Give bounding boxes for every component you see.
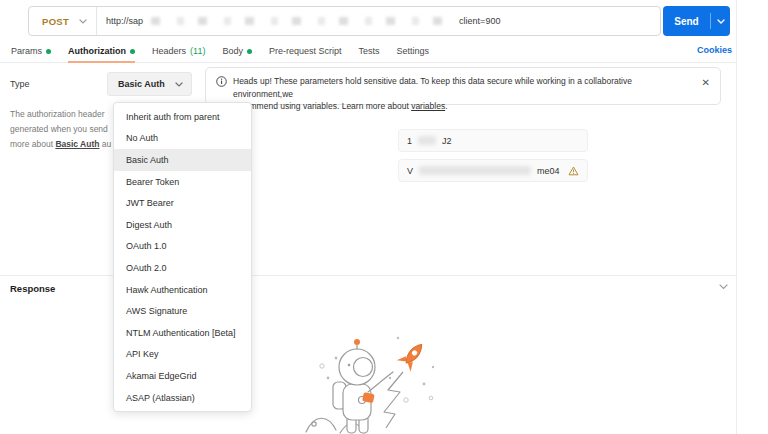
tab-settings[interactable]: Settings [396, 40, 429, 62]
request-url-bar: POST http://sap client=900 [28, 6, 661, 36]
tab-params[interactable]: Params [11, 40, 51, 62]
tab-authorization[interactable]: Authorization [68, 40, 135, 62]
content-right-divider [736, 0, 737, 434]
astronaut-rocket-illustration [300, 320, 480, 434]
menu-item-ntlm-authentication[interactable]: NTLM Authentication [Beta] [114, 322, 251, 344]
tab-body-label: Body [222, 46, 243, 56]
url-input[interactable]: http://sap client=900 [97, 16, 660, 26]
warning-icon [568, 166, 579, 176]
menu-item-digest-auth[interactable]: Digest Auth [114, 214, 251, 236]
username-input[interactable]: 1 J2 [398, 129, 588, 152]
chevron-down-icon [175, 82, 183, 87]
tab-pre-request-script[interactable]: Pre-request Script [269, 40, 342, 62]
desc-text: more about [10, 139, 55, 149]
desc-text: au [99, 139, 111, 149]
chevron-down-icon[interactable] [79, 19, 96, 24]
menu-item-akamai-edgegrid[interactable]: Akamai EdgeGrid [114, 365, 251, 387]
tab-settings-label: Settings [396, 46, 429, 56]
banner-line1: Heads up! These parameters hold sensitiv… [233, 76, 632, 99]
auth-type-select[interactable]: Basic Auth [107, 72, 192, 96]
send-options-chevron-down-icon[interactable] [711, 19, 730, 24]
close-icon[interactable]: ✕ [702, 75, 710, 88]
menu-item-aws-signature[interactable]: AWS Signature [114, 300, 251, 322]
variables-link[interactable]: variables [411, 101, 445, 111]
redacted-text [418, 136, 436, 145]
send-button[interactable]: Send [663, 6, 730, 36]
menu-item-inherit-auth[interactable]: Inherit auth from parent [114, 106, 251, 128]
tab-tests[interactable]: Tests [358, 40, 379, 62]
username-value-end: J2 [442, 136, 452, 146]
banner-text: Heads up! These parameters hold sensitiv… [233, 75, 694, 113]
tab-pre-request-script-label: Pre-request Script [269, 46, 342, 56]
cookies-link[interactable]: Cookies [697, 45, 732, 55]
green-dot-icon [46, 49, 51, 54]
request-tabs: Params Authorization Headers (11) Body P… [0, 40, 737, 63]
url-prefix: http://sap [106, 16, 143, 26]
info-icon [216, 75, 227, 89]
password-value-start: V [407, 166, 413, 176]
tab-headers[interactable]: Headers (11) [152, 40, 205, 62]
username-value-start: 1 [407, 136, 412, 146]
password-value-end: me04 [537, 166, 560, 176]
redacted-text [419, 166, 531, 175]
password-input[interactable]: V me04 [398, 159, 588, 182]
menu-item-oauth-1[interactable]: OAuth 1.0 [114, 236, 251, 258]
auth-type-value: Basic Auth [118, 79, 165, 89]
response-title: Response [10, 283, 55, 294]
menu-item-basic-auth[interactable]: Basic Auth [114, 149, 251, 171]
response-section-divider [0, 275, 737, 276]
green-dot-icon [130, 49, 135, 54]
sensitive-data-banner: Heads up! These parameters hold sensitiv… [205, 67, 721, 105]
auth-type-label: Type [10, 79, 30, 89]
banner-line2-end: . [445, 101, 447, 111]
auth-type-dropdown-menu: Inherit auth from parent No Auth Basic A… [113, 102, 252, 412]
menu-item-no-auth[interactable]: No Auth [114, 128, 251, 150]
menu-item-jwt-bearer[interactable]: JWT Bearer [114, 192, 251, 214]
banner-line2: recommend using variables. Learn more ab… [233, 101, 411, 111]
menu-item-hawk-authentication[interactable]: Hawk Authentication [114, 279, 251, 301]
menu-item-api-key[interactable]: API Key [114, 344, 251, 366]
menu-item-bearer-token[interactable]: Bearer Token [114, 171, 251, 193]
headers-count-badge: (11) [190, 46, 205, 56]
tab-params-label: Params [11, 46, 42, 56]
tab-headers-label: Headers [152, 46, 186, 56]
green-dot-icon [247, 49, 252, 54]
tab-authorization-label: Authorization [68, 46, 126, 56]
basic-auth-link[interactable]: Basic Auth [55, 139, 99, 149]
method-selector[interactable]: POST [29, 16, 79, 27]
tab-tests-label: Tests [358, 46, 379, 56]
url-suffix: client=900 [459, 16, 500, 26]
send-button-label: Send [663, 16, 710, 27]
menu-item-asap-atlassian[interactable]: ASAP (Atlassian) [114, 387, 251, 409]
tab-body[interactable]: Body [222, 40, 252, 62]
redacted-url-text [151, 17, 451, 25]
response-collapse-chevron-down-icon[interactable] [719, 284, 728, 290]
menu-item-oauth-2[interactable]: OAuth 2.0 [114, 257, 251, 279]
